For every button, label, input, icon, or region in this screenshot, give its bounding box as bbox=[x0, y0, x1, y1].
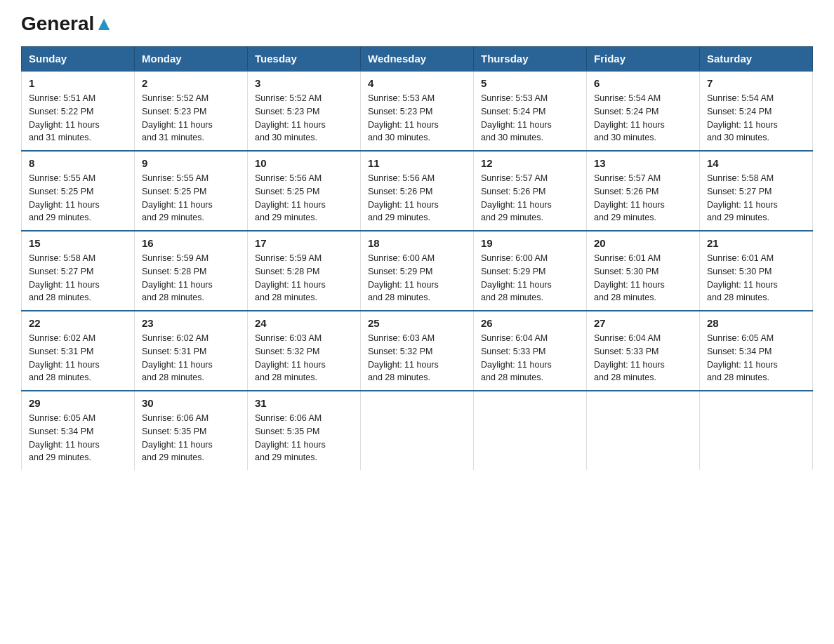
day-cell: 28 Sunrise: 6:05 AM Sunset: 5:34 PM Dayl… bbox=[700, 311, 813, 391]
week-row-5: 29 Sunrise: 6:05 AM Sunset: 5:34 PM Dayl… bbox=[22, 391, 813, 470]
day-info: Sunrise: 5:59 AM Sunset: 5:28 PM Dayligh… bbox=[142, 252, 240, 304]
week-row-1: 1 Sunrise: 5:51 AM Sunset: 5:22 PM Dayli… bbox=[22, 71, 813, 151]
day-number: 6 bbox=[594, 77, 692, 89]
day-number: 22 bbox=[29, 317, 127, 329]
day-info: Sunrise: 6:02 AM Sunset: 5:31 PM Dayligh… bbox=[29, 332, 127, 384]
day-number: 5 bbox=[481, 77, 579, 89]
day-cell: 13 Sunrise: 5:57 AM Sunset: 5:26 PM Dayl… bbox=[587, 151, 700, 231]
header-row: SundayMondayTuesdayWednesdayThursdayFrid… bbox=[22, 47, 813, 72]
day-cell: 25 Sunrise: 6:03 AM Sunset: 5:32 PM Dayl… bbox=[361, 311, 474, 391]
day-cell: 7 Sunrise: 5:54 AM Sunset: 5:24 PM Dayli… bbox=[700, 71, 813, 151]
day-cell: 5 Sunrise: 5:53 AM Sunset: 5:24 PM Dayli… bbox=[474, 71, 587, 151]
day-number: 19 bbox=[481, 237, 579, 249]
day-number: 10 bbox=[255, 157, 353, 169]
day-cell: 14 Sunrise: 5:58 AM Sunset: 5:27 PM Dayl… bbox=[700, 151, 813, 231]
day-cell: 29 Sunrise: 6:05 AM Sunset: 5:34 PM Dayl… bbox=[22, 391, 135, 470]
day-info: Sunrise: 6:01 AM Sunset: 5:30 PM Dayligh… bbox=[594, 252, 692, 304]
day-info: Sunrise: 6:06 AM Sunset: 5:35 PM Dayligh… bbox=[255, 412, 353, 464]
day-number: 20 bbox=[594, 237, 692, 249]
day-cell: 31 Sunrise: 6:06 AM Sunset: 5:35 PM Dayl… bbox=[248, 391, 361, 470]
day-cell: 26 Sunrise: 6:04 AM Sunset: 5:33 PM Dayl… bbox=[474, 311, 587, 391]
day-cell: 8 Sunrise: 5:55 AM Sunset: 5:25 PM Dayli… bbox=[22, 151, 135, 231]
day-number: 30 bbox=[142, 397, 240, 409]
col-header-monday: Monday bbox=[135, 47, 248, 72]
day-number: 7 bbox=[707, 77, 805, 89]
day-cell: 6 Sunrise: 5:54 AM Sunset: 5:24 PM Dayli… bbox=[587, 71, 700, 151]
col-header-wednesday: Wednesday bbox=[361, 47, 474, 72]
day-cell: 12 Sunrise: 5:57 AM Sunset: 5:26 PM Dayl… bbox=[474, 151, 587, 231]
col-header-thursday: Thursday bbox=[474, 47, 587, 72]
day-number: 11 bbox=[368, 157, 466, 169]
col-header-tuesday: Tuesday bbox=[248, 47, 361, 72]
day-cell: 15 Sunrise: 5:58 AM Sunset: 5:27 PM Dayl… bbox=[22, 231, 135, 311]
day-number: 4 bbox=[368, 77, 466, 89]
day-number: 26 bbox=[481, 317, 579, 329]
day-info: Sunrise: 5:59 AM Sunset: 5:28 PM Dayligh… bbox=[255, 252, 353, 304]
day-cell: 22 Sunrise: 6:02 AM Sunset: 5:31 PM Dayl… bbox=[22, 311, 135, 391]
day-info: Sunrise: 5:57 AM Sunset: 5:26 PM Dayligh… bbox=[481, 172, 579, 224]
day-number: 14 bbox=[707, 157, 805, 169]
day-cell bbox=[700, 391, 813, 470]
week-row-4: 22 Sunrise: 6:02 AM Sunset: 5:31 PM Dayl… bbox=[22, 311, 813, 391]
day-number: 28 bbox=[707, 317, 805, 329]
day-number: 27 bbox=[594, 317, 692, 329]
day-info: Sunrise: 5:56 AM Sunset: 5:26 PM Dayligh… bbox=[368, 172, 466, 224]
day-info: Sunrise: 5:53 AM Sunset: 5:23 PM Dayligh… bbox=[368, 92, 466, 145]
day-info: Sunrise: 5:58 AM Sunset: 5:27 PM Dayligh… bbox=[29, 252, 127, 304]
logo-general-text: General▲ bbox=[21, 14, 114, 34]
day-info: Sunrise: 5:55 AM Sunset: 5:25 PM Dayligh… bbox=[29, 172, 127, 224]
day-cell: 23 Sunrise: 6:02 AM Sunset: 5:31 PM Dayl… bbox=[135, 311, 248, 391]
day-info: Sunrise: 5:51 AM Sunset: 5:22 PM Dayligh… bbox=[29, 92, 127, 145]
day-info: Sunrise: 5:57 AM Sunset: 5:26 PM Dayligh… bbox=[594, 172, 692, 224]
day-number: 12 bbox=[481, 157, 579, 169]
day-number: 15 bbox=[29, 237, 127, 249]
day-number: 31 bbox=[255, 397, 353, 409]
day-number: 29 bbox=[29, 397, 127, 409]
day-info: Sunrise: 6:04 AM Sunset: 5:33 PM Dayligh… bbox=[481, 332, 579, 384]
day-number: 25 bbox=[368, 317, 466, 329]
day-cell: 3 Sunrise: 5:52 AM Sunset: 5:23 PM Dayli… bbox=[248, 71, 361, 151]
day-info: Sunrise: 6:06 AM Sunset: 5:35 PM Dayligh… bbox=[142, 412, 240, 464]
day-cell: 20 Sunrise: 6:01 AM Sunset: 5:30 PM Dayl… bbox=[587, 231, 700, 311]
day-cell: 24 Sunrise: 6:03 AM Sunset: 5:32 PM Dayl… bbox=[248, 311, 361, 391]
day-cell: 9 Sunrise: 5:55 AM Sunset: 5:25 PM Dayli… bbox=[135, 151, 248, 231]
day-info: Sunrise: 6:00 AM Sunset: 5:29 PM Dayligh… bbox=[481, 252, 579, 304]
day-number: 9 bbox=[142, 157, 240, 169]
day-cell: 16 Sunrise: 5:59 AM Sunset: 5:28 PM Dayl… bbox=[135, 231, 248, 311]
day-cell: 30 Sunrise: 6:06 AM Sunset: 5:35 PM Dayl… bbox=[135, 391, 248, 470]
day-info: Sunrise: 5:58 AM Sunset: 5:27 PM Dayligh… bbox=[707, 172, 805, 224]
day-cell: 4 Sunrise: 5:53 AM Sunset: 5:23 PM Dayli… bbox=[361, 71, 474, 151]
day-cell: 19 Sunrise: 6:00 AM Sunset: 5:29 PM Dayl… bbox=[474, 231, 587, 311]
day-info: Sunrise: 6:03 AM Sunset: 5:32 PM Dayligh… bbox=[255, 332, 353, 384]
day-cell: 11 Sunrise: 5:56 AM Sunset: 5:26 PM Dayl… bbox=[361, 151, 474, 231]
day-info: Sunrise: 5:55 AM Sunset: 5:25 PM Dayligh… bbox=[142, 172, 240, 224]
col-header-sunday: Sunday bbox=[22, 47, 135, 72]
day-cell bbox=[361, 391, 474, 470]
day-info: Sunrise: 6:05 AM Sunset: 5:34 PM Dayligh… bbox=[29, 412, 127, 464]
week-row-3: 15 Sunrise: 5:58 AM Sunset: 5:27 PM Dayl… bbox=[22, 231, 813, 311]
day-number: 23 bbox=[142, 317, 240, 329]
day-number: 16 bbox=[142, 237, 240, 249]
day-cell: 2 Sunrise: 5:52 AM Sunset: 5:23 PM Dayli… bbox=[135, 71, 248, 151]
day-cell: 27 Sunrise: 6:04 AM Sunset: 5:33 PM Dayl… bbox=[587, 311, 700, 391]
day-info: Sunrise: 5:56 AM Sunset: 5:25 PM Dayligh… bbox=[255, 172, 353, 224]
day-cell bbox=[474, 391, 587, 470]
day-cell bbox=[587, 391, 700, 470]
day-cell: 1 Sunrise: 5:51 AM Sunset: 5:22 PM Dayli… bbox=[22, 71, 135, 151]
logo: General▲ bbox=[21, 14, 114, 34]
day-number: 2 bbox=[142, 77, 240, 89]
day-info: Sunrise: 6:00 AM Sunset: 5:29 PM Dayligh… bbox=[368, 252, 466, 304]
day-info: Sunrise: 5:52 AM Sunset: 5:23 PM Dayligh… bbox=[142, 92, 240, 145]
day-info: Sunrise: 5:54 AM Sunset: 5:24 PM Dayligh… bbox=[707, 92, 805, 145]
col-header-saturday: Saturday bbox=[700, 47, 813, 72]
day-cell: 18 Sunrise: 6:00 AM Sunset: 5:29 PM Dayl… bbox=[361, 231, 474, 311]
week-row-2: 8 Sunrise: 5:55 AM Sunset: 5:25 PM Dayli… bbox=[22, 151, 813, 231]
day-number: 8 bbox=[29, 157, 127, 169]
day-info: Sunrise: 5:52 AM Sunset: 5:23 PM Dayligh… bbox=[255, 92, 353, 145]
calendar-table: SundayMondayTuesdayWednesdayThursdayFrid… bbox=[21, 46, 813, 470]
day-info: Sunrise: 6:02 AM Sunset: 5:31 PM Dayligh… bbox=[142, 332, 240, 384]
day-number: 21 bbox=[707, 237, 805, 249]
day-cell: 17 Sunrise: 5:59 AM Sunset: 5:28 PM Dayl… bbox=[248, 231, 361, 311]
day-info: Sunrise: 5:53 AM Sunset: 5:24 PM Dayligh… bbox=[481, 92, 579, 145]
day-cell: 10 Sunrise: 5:56 AM Sunset: 5:25 PM Dayl… bbox=[248, 151, 361, 231]
